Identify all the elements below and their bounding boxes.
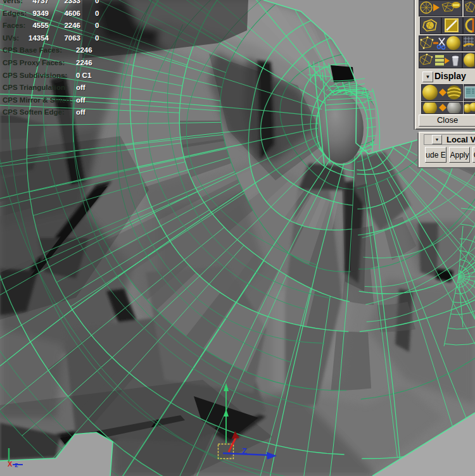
- svg-text:Z: Z: [242, 446, 247, 456]
- svg-text:X: X: [8, 460, 13, 468]
